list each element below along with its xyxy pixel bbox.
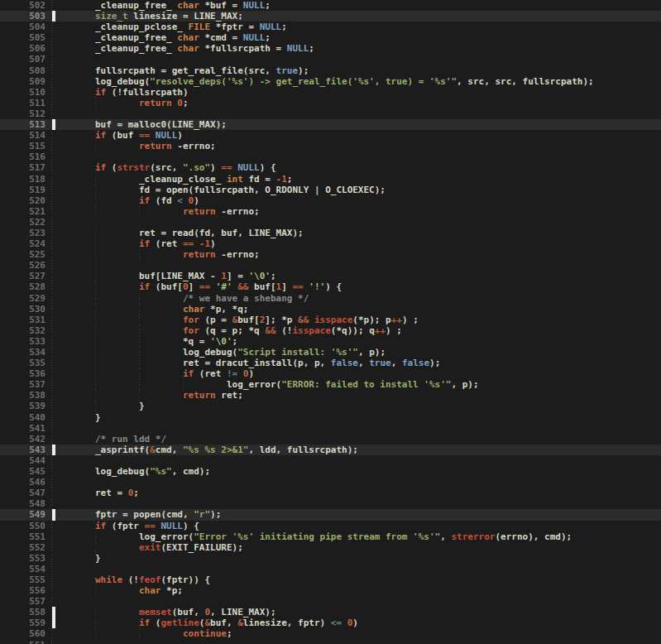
code-line[interactable]: 538 return ret;: [0, 390, 661, 401]
code-line[interactable]: 558 memset(buf, 0, LINE_MAX);: [0, 607, 661, 618]
token-k: return: [51, 98, 172, 108]
code-line[interactable]: 540 }: [0, 412, 661, 423]
code-line[interactable]: 504 _cleanup_pclose_ FILE *fptr = NULL;: [0, 22, 661, 32]
code-line[interactable]: 509 log_debug("resolve_deps('%s') -> get…: [0, 76, 661, 87]
token-n: (ret: [194, 368, 227, 379]
code-line[interactable]: 527 buf[LINE_MAX - 1] = '\0';: [0, 271, 661, 281]
token-k: if: [51, 521, 106, 531]
code-line[interactable]: 556 char *p;: [0, 585, 661, 596]
code-line[interactable]: 530 char *p, *q;: [0, 304, 661, 315]
code-text: ret = 0;: [51, 488, 661, 498]
code-line[interactable]: 526: [0, 260, 661, 271]
code-line[interactable]: 536 if (ret != 0): [0, 368, 661, 379]
token-b: NULL: [243, 32, 266, 43]
code-line[interactable]: 512: [0, 108, 661, 119]
token-n: log_debug(: [51, 347, 237, 358]
code-line[interactable]: 514 if (buf == NULL): [0, 130, 661, 141]
code-line[interactable]: 533 *q = '\0';: [0, 336, 661, 347]
code-line[interactable]: 503 size_t linesize = LINE_MAX;: [0, 11, 661, 22]
code-line[interactable]: 542 /* run ldd */: [0, 434, 661, 445]
token-k: if: [51, 195, 150, 206]
line-number: 545: [0, 466, 46, 477]
code-text: if (!fullsrcpath): [51, 87, 661, 98]
code-line[interactable]: 561: [0, 640, 661, 644]
code-line[interactable]: 523 ret = read(fd, buf, LINE_MAX);: [0, 228, 661, 238]
code-line[interactable]: 548: [0, 498, 661, 509]
line-number: 542: [0, 434, 46, 445]
code-text: *q = '\0';: [51, 336, 661, 347]
code-line[interactable]: 505 _cleanup_free_ char *cmd = NULL;: [0, 32, 661, 43]
code-line[interactable]: 510 if (!fullsrcpath): [0, 87, 661, 98]
code-line[interactable]: 541: [0, 423, 661, 434]
token-op: ==: [139, 130, 150, 141]
code-line[interactable]: 506 _cleanup_free_ char *fullsrcpath = N…: [0, 43, 661, 54]
code-line[interactable]: 545 log_debug("%s", cmd);: [0, 466, 661, 477]
code-line[interactable]: 554: [0, 564, 661, 574]
code-line[interactable]: 513 buf = malloc0(LINE_MAX);: [0, 119, 661, 130]
line-number: 510: [0, 87, 46, 98]
token-b: true: [369, 358, 391, 368]
code-line[interactable]: 531 for (p = &buf[2]; *p && isspace(*p);…: [0, 315, 661, 325]
token-n: ]: [281, 281, 292, 292]
line-number: 535: [0, 358, 46, 368]
line-number: 525: [0, 249, 46, 260]
token-ch: '!': [309, 281, 325, 292]
code-line[interactable]: 537 log_error("ERROR: failed to install …: [0, 379, 661, 390]
token-n: -errno;: [216, 249, 260, 260]
code-line[interactable]: 529 /* we have a shebang */: [0, 293, 661, 304]
code-text: return -errno;: [51, 206, 661, 217]
token-n: ) {: [325, 281, 342, 292]
code-line[interactable]: 544: [0, 455, 661, 466]
code-line[interactable]: 549 fptr = popen(cmd, "r");: [0, 509, 661, 520]
code-line[interactable]: 550 if (fptr == NULL) {: [0, 521, 661, 531]
token-n: ret = dracut_install(p, p,: [51, 358, 331, 368]
token-n: *q =: [51, 336, 210, 347]
code-line[interactable]: 521 return -errno;: [0, 206, 661, 217]
code-line[interactable]: 516: [0, 151, 661, 162]
code-line[interactable]: 522: [0, 217, 661, 228]
code-line[interactable]: 553 }: [0, 553, 661, 564]
code-line[interactable]: 534 log_debug("Script install: '%s'", p)…: [0, 347, 661, 358]
code-line[interactable]: 552 exit(EXIT_FAILURE);: [0, 542, 661, 553]
gutter-separator: [51, 0, 52, 644]
code-line[interactable]: 535 ret = dracut_install(p, p, false, tr…: [0, 358, 661, 368]
code-line[interactable]: 511 return 0;: [0, 98, 661, 108]
line-number: 531: [0, 315, 46, 325]
code-lines-container: 502 _cleanup_free_ char *buf = NULL;503 …: [0, 0, 661, 644]
code-line[interactable]: 525 return -errno;: [0, 249, 661, 260]
code-line[interactable]: 551 log_error("Error '%s' initiating pip…: [0, 531, 661, 542]
line-number: 552: [0, 542, 46, 553]
code-line[interactable]: 519 fd = open(fullsrcpath, O_RDONLY | O_…: [0, 185, 661, 195]
code-line[interactable]: 539 }: [0, 401, 661, 411]
code-line[interactable]: 517 if (strstr(src, ".so") == NULL) {: [0, 162, 661, 173]
code-line[interactable]: 546: [0, 477, 661, 488]
code-text: char *p, *q;: [51, 304, 661, 315]
line-number: 559: [0, 618, 46, 628]
code-text: if (buf[0] == '#' && buf[1] == '!') {: [51, 281, 661, 292]
code-line[interactable]: 547 ret = 0;: [0, 488, 661, 498]
token-n: ,: [358, 358, 369, 368]
code-line[interactable]: 557: [0, 596, 661, 607]
code-line[interactable]: 502 _cleanup_free_ char *buf = NULL;: [0, 0, 661, 11]
token-n: , p);: [358, 347, 386, 358]
code-line[interactable]: 555 while (!feof(fptr)) {: [0, 574, 661, 585]
token-b: false: [402, 358, 429, 368]
code-line[interactable]: 532 for (q = p; *q && (!isspace(*q)); q+…: [0, 325, 661, 336]
token-n: ): [177, 130, 183, 141]
code-line[interactable]: 559 if (getline(&buf, &linesize, fptr) <…: [0, 618, 661, 628]
code-line[interactable]: 515 return -errno;: [0, 141, 661, 151]
token-n: ): [210, 238, 216, 249]
code-line[interactable]: 543 _asprintf(&cmd, "%s %s 2>&1", ldd, f…: [0, 445, 661, 455]
code-line[interactable]: 524 if (ret == -1): [0, 238, 661, 249]
code-text: buf[LINE_MAX - 1] = '\0';: [51, 271, 661, 281]
code-line[interactable]: 507: [0, 54, 661, 65]
code-line[interactable]: 520 if (fd < 0): [0, 195, 661, 206]
code-line[interactable]: 560 continue;: [0, 628, 661, 639]
code-line[interactable]: 528 if (buf[0] == '#' && buf[1] == '!') …: [0, 281, 661, 292]
code-line[interactable]: 508 fullsrcpath = get_real_file(src, tru…: [0, 65, 661, 76]
token-n: (*q)); q: [331, 325, 375, 336]
token-b: false: [331, 358, 358, 368]
code-line[interactable]: 518 _cleanup_close_ int fd = -1;: [0, 174, 661, 185]
code-text: }: [51, 412, 661, 423]
code-editor[interactable]: 502 _cleanup_free_ char *buf = NULL;503 …: [0, 0, 661, 644]
